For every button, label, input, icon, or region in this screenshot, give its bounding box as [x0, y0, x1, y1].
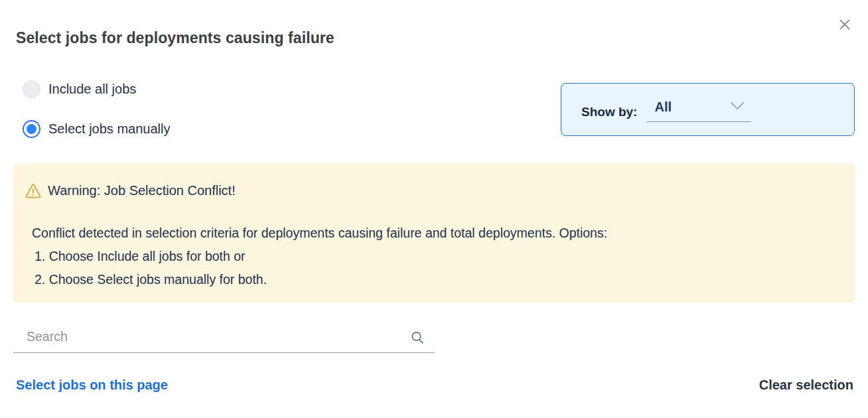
warning-message: Conflict detected in selection criteria …: [32, 222, 835, 245]
show-by-panel: Show by: All: [561, 83, 855, 136]
radio-select-jobs-manually[interactable]: Select jobs manually: [23, 120, 170, 138]
close-icon[interactable]: [835, 15, 855, 35]
radio-selected-icon[interactable]: [23, 120, 40, 138]
warning-title: Warning: Job Selection Conflict!: [48, 183, 236, 198]
search-field-row: [13, 325, 435, 353]
warning-heading: Warning: Job Selection Conflict!: [25, 183, 835, 198]
clear-selection-button[interactable]: Clear selection: [759, 378, 853, 393]
page-title: Select jobs for deployments causing fail…: [16, 29, 334, 47]
select-jobs-on-page-link[interactable]: Select jobs on this page: [16, 378, 168, 393]
radio-label: Include all jobs: [48, 82, 136, 97]
warning-banner: Warning: Job Selection Conflict! Conflic…: [13, 163, 855, 303]
search-input[interactable]: [13, 329, 409, 348]
warning-triangle-icon: [25, 184, 41, 198]
search-icon[interactable]: [409, 330, 435, 348]
radio-include-all-jobs[interactable]: Include all jobs: [23, 80, 136, 98]
show-by-dropdown[interactable]: All: [646, 100, 751, 122]
show-by-label: Show by:: [581, 100, 637, 119]
select-jobs-dialog: Select jobs for deployments causing fail…: [0, 0, 868, 418]
radio-unselected-icon[interactable]: [23, 80, 40, 98]
warning-option-1: 1. Choose Include all jobs for both or: [35, 245, 835, 268]
chevron-down-icon: [730, 102, 745, 113]
show-by-selected-value: All: [654, 100, 672, 115]
warning-option-2: 2. Choose Select jobs manually for both.: [35, 268, 835, 291]
radio-label: Select jobs manually: [48, 121, 170, 137]
